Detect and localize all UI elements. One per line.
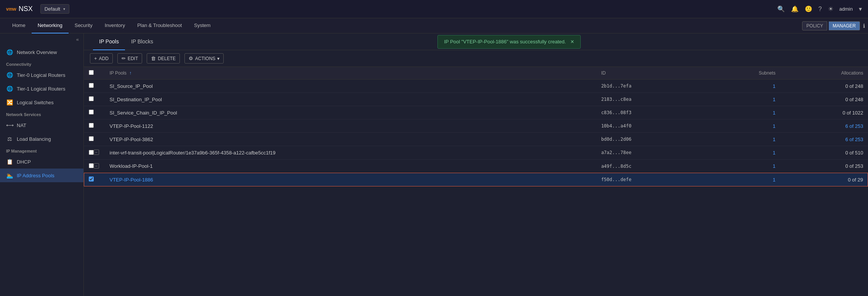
pool-allocations: 6 of 253 bbox=[780, 119, 868, 133]
table-container: IP Pools ↑ ID Subnets Allocations bbox=[84, 67, 868, 296]
pool-name-link[interactable]: VTEP-IP-Pool-1122 bbox=[110, 123, 153, 129]
admin-chevron-icon: ▾ bbox=[859, 5, 862, 13]
sidebar-collapse-button[interactable]: « bbox=[0, 33, 83, 45]
main-content: IP Pools IP Blocks IP Pool "VTEP-IP-Pool… bbox=[84, 33, 868, 296]
pool-name-link[interactable]: VTEP-IP-Pool-3862 bbox=[110, 137, 153, 142]
row-checkbox[interactable] bbox=[89, 96, 94, 101]
load-balancing-icon: ⚖ bbox=[6, 136, 13, 142]
env-selector[interactable]: Default ▾ bbox=[40, 4, 69, 14]
row-checkbox[interactable] bbox=[89, 136, 94, 141]
nav-networking[interactable]: Networking bbox=[32, 18, 69, 33]
row-checkbox-cell[interactable] bbox=[84, 80, 105, 93]
sidebar-item-tier0[interactable]: 🌐 Tier-0 Logical Routers bbox=[0, 68, 83, 82]
table-row[interactable]: SI_Destination_IP_Pool2183...c8ea10 of 2… bbox=[84, 93, 868, 106]
select-all-header[interactable] bbox=[84, 67, 105, 80]
pool-name-link[interactable]: SI_Destination_IP_Pool bbox=[110, 97, 162, 102]
top-icons: 🔍 🔔 🙂 ? ☀ admin ▾ bbox=[777, 5, 862, 13]
tab-ip-pools[interactable]: IP Pools bbox=[93, 33, 125, 50]
row-checkbox[interactable] bbox=[89, 177, 94, 181]
pool-allocations: 0 of 248 bbox=[780, 80, 868, 93]
row-checkbox-cell[interactable] bbox=[84, 93, 105, 106]
row-checkbox-cell[interactable]: − bbox=[84, 146, 105, 160]
pool-name[interactable]: VTEP-IP-Pool-3862 bbox=[105, 133, 597, 146]
banner-close-button[interactable]: × bbox=[570, 38, 574, 45]
sidebar-item-logical-switches[interactable]: 🔀 Logical Switches bbox=[0, 95, 83, 109]
help-icon[interactable]: ? bbox=[818, 6, 822, 13]
pool-name-link[interactable]: VTEP-IP-Pool-1886 bbox=[110, 177, 153, 183]
tier0-icon: 🌐 bbox=[6, 72, 13, 78]
sidebar-item-label: Load Balancing bbox=[17, 136, 51, 142]
manager-button[interactable]: MANAGER bbox=[829, 21, 860, 30]
nav-security[interactable]: Security bbox=[69, 18, 99, 33]
nav-bar: Home Networking Security Inventory Plan … bbox=[0, 18, 868, 33]
table-row[interactable]: −Workload-IP-Pool-1a49f...8d5c10 of 253 bbox=[84, 159, 868, 173]
sidebar-item-label: Network Overview bbox=[17, 49, 57, 55]
sidebar-item-network-overview[interactable]: 🌐 Network Overview bbox=[0, 45, 83, 59]
sidebar-item-ip-address-pools[interactable]: 🏊 IP Address Pools bbox=[0, 169, 83, 182]
sidebar-item-nat[interactable]: ⟷ NAT bbox=[0, 118, 83, 132]
sidebar-item-label: Logical Switches bbox=[17, 100, 54, 105]
policy-button[interactable]: POLICY bbox=[802, 21, 827, 30]
row-checkbox-cell[interactable] bbox=[84, 106, 105, 119]
pool-id: a49f...8d5c bbox=[597, 159, 708, 173]
row-checkbox-cell[interactable] bbox=[84, 173, 105, 186]
nav-inventory[interactable]: Inventory bbox=[99, 18, 131, 33]
row-checkbox-cell[interactable] bbox=[84, 133, 105, 146]
pool-name[interactable]: inter-vrf-transit-pool|LogicalRouter/1e3… bbox=[105, 146, 597, 160]
sidebar-item-tier1[interactable]: 🌐 Tier-1 Logical Routers bbox=[0, 82, 83, 95]
delete-label: DELETE bbox=[158, 56, 176, 61]
col-ip-pools[interactable]: IP Pools ↑ bbox=[105, 67, 597, 80]
sidebar-item-load-balancing[interactable]: ⚖ Load Balancing bbox=[0, 132, 83, 146]
sun-icon[interactable]: ☀ bbox=[828, 5, 833, 13]
table-row[interactable]: VTEP-IP-Pool-1886f50d...defe10 of 29 bbox=[84, 173, 868, 186]
table-row[interactable]: −inter-vrf-transit-pool|LogicalRouter/1e… bbox=[84, 146, 868, 160]
col-subnets[interactable]: Subnets bbox=[707, 67, 780, 80]
nav-system[interactable]: System bbox=[188, 18, 216, 33]
pool-name-link[interactable]: inter-vrf-transit-pool|LogicalRouter/1e3… bbox=[110, 150, 276, 156]
pool-id: 10b4...a4f0 bbox=[597, 119, 708, 133]
col-allocations[interactable]: Allocations bbox=[780, 67, 868, 80]
pool-name-link[interactable]: Workload-IP-Pool-1 bbox=[110, 163, 153, 169]
pool-name[interactable]: SI_Destination_IP_Pool bbox=[105, 93, 597, 106]
delete-button[interactable]: 🗑 DELETE bbox=[147, 53, 180, 64]
sidebar-item-dhcp[interactable]: 📋 DHCP bbox=[0, 155, 83, 169]
row-checkbox[interactable] bbox=[89, 83, 94, 88]
search-icon[interactable]: 🔍 bbox=[777, 5, 785, 13]
row-checkbox-cell[interactable] bbox=[84, 119, 105, 133]
pool-name-link[interactable]: SI_Service_Chain_ID_IP_Pool bbox=[110, 110, 177, 116]
pool-name[interactable]: Workload-IP-Pool-1 bbox=[105, 159, 597, 173]
info-icon[interactable]: ℹ bbox=[863, 23, 865, 29]
sidebar-item-label: DHCP bbox=[17, 159, 31, 165]
table-row[interactable]: SI_Source_IP_Pool2b1d...7efa10 of 248 bbox=[84, 80, 868, 93]
ip-pools-icon: 🏊 bbox=[6, 172, 13, 178]
pool-name-link[interactable]: SI_Source_IP_Pool bbox=[110, 83, 153, 89]
row-checkbox-cell[interactable]: − bbox=[84, 159, 105, 173]
pool-name[interactable]: SI_Service_Chain_ID_IP_Pool bbox=[105, 106, 597, 119]
edit-button[interactable]: ✏ EDIT bbox=[117, 53, 142, 64]
row-checkbox[interactable] bbox=[89, 110, 94, 115]
user-icon[interactable]: 🙂 bbox=[805, 5, 812, 13]
row-checkbox[interactable] bbox=[89, 123, 94, 128]
nav-plan-troubleshoot[interactable]: Plan & Troubleshoot bbox=[131, 18, 188, 33]
table-row[interactable]: VTEP-IP-Pool-3862bd0d...2d0616 of 253 bbox=[84, 133, 868, 146]
nav-home[interactable]: Home bbox=[6, 18, 32, 33]
admin-name[interactable]: admin bbox=[839, 6, 853, 12]
network-services-label: Network Services bbox=[0, 109, 83, 118]
chevron-down-icon: ▾ bbox=[63, 7, 65, 11]
bell-icon[interactable]: 🔔 bbox=[791, 5, 799, 13]
pool-name[interactable]: VTEP-IP-Pool-1122 bbox=[105, 119, 597, 133]
table-header-row: IP Pools ↑ ID Subnets Allocations bbox=[84, 67, 868, 80]
dhcp-icon: 📋 bbox=[6, 159, 13, 165]
add-button[interactable]: + ADD bbox=[90, 53, 113, 64]
pool-name[interactable]: SI_Source_IP_Pool bbox=[105, 80, 597, 93]
table-row[interactable]: VTEP-IP-Pool-112210b4...a4f016 of 253 bbox=[84, 119, 868, 133]
col-id[interactable]: ID bbox=[597, 67, 708, 80]
row-checkbox[interactable] bbox=[89, 163, 94, 168]
actions-button[interactable]: ⚙ ACTIONS ▾ bbox=[184, 53, 224, 64]
pool-name[interactable]: VTEP-IP-Pool-1886 bbox=[105, 173, 597, 186]
table-row[interactable]: SI_Service_Chain_ID_IP_Poolc836...08f310… bbox=[84, 106, 868, 119]
row-checkbox[interactable] bbox=[89, 150, 94, 155]
banner-message: IP Pool "VTEP-IP-Pool-1886" was successf… bbox=[444, 39, 566, 45]
select-all-checkbox[interactable] bbox=[89, 70, 94, 75]
tab-ip-blocks[interactable]: IP Blocks bbox=[125, 33, 159, 50]
